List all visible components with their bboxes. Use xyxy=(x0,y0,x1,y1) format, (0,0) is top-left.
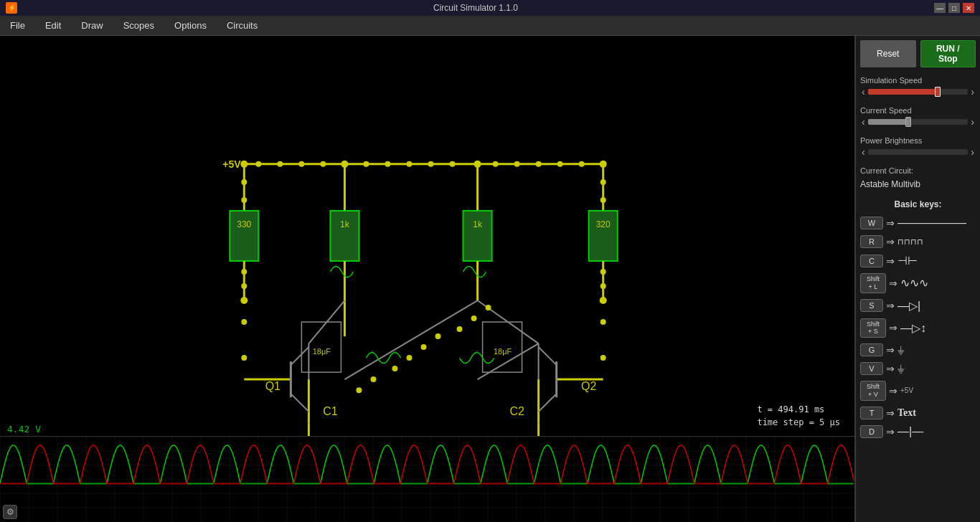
menu-options[interactable]: Options xyxy=(170,17,211,34)
svg-text:C1: C1 xyxy=(323,405,338,417)
key-w[interactable]: W xyxy=(860,217,883,229)
svg-point-72 xyxy=(241,197,247,203)
resistor-icon: ⊓⊓⊓⊓ xyxy=(897,237,976,247)
svg-point-74 xyxy=(241,283,247,289)
svg-point-88 xyxy=(356,387,362,393)
key-g[interactable]: G xyxy=(860,343,883,356)
minimize-button[interactable]: — xyxy=(934,3,946,13)
pow-brightness-track[interactable] xyxy=(868,149,969,155)
key-row-shift-s: Shift+ S ⇒ —▷↕ xyxy=(860,318,976,338)
key-t[interactable]: T xyxy=(860,407,883,419)
titlebar: ⚡ Circuit Simulator 1.1.0 — □ ✕ xyxy=(0,0,980,16)
svg-line-30 xyxy=(291,347,308,365)
svg-point-55 xyxy=(240,297,248,304)
maximize-button[interactable]: □ xyxy=(948,3,960,13)
cur-speed-decrease[interactable]: ‹ xyxy=(860,116,867,128)
voltage-display: 4.42 V xyxy=(7,424,41,435)
pow-brightness-label: Power Brightness xyxy=(860,136,976,145)
svg-point-87 xyxy=(370,376,376,382)
basic-keys-title: Basic keys: xyxy=(860,199,976,209)
key-row-shift-v: Shift+ V ⇒ +5V xyxy=(860,381,976,401)
key-row-g: G ⇒ ⏚ xyxy=(860,343,976,356)
key-v[interactable]: V xyxy=(860,362,883,375)
current-speed-section: Current Speed ‹ › xyxy=(860,106,976,128)
svg-point-51 xyxy=(240,161,248,168)
svg-line-36 xyxy=(539,347,557,365)
key-d[interactable]: D xyxy=(860,425,883,438)
cur-speed-increase[interactable]: › xyxy=(969,116,976,128)
svg-point-69 xyxy=(557,161,563,167)
menu-circuits[interactable]: Circuits xyxy=(222,17,262,34)
right-panel: Reset RUN / Stop Simulation Speed ‹ › Cu… xyxy=(854,36,980,522)
svg-point-75 xyxy=(241,319,247,325)
svg-text:Q2: Q2 xyxy=(581,380,596,392)
key-shift-s[interactable]: Shift+ S xyxy=(860,318,886,338)
time-display: t = 494.91 ms time step = 5 μs xyxy=(757,403,840,429)
key-row-t: T ⇒ Text xyxy=(860,407,976,419)
svg-point-70 xyxy=(579,161,585,167)
close-button[interactable]: ✕ xyxy=(963,3,974,13)
key-g-arrow: ⇒ xyxy=(886,344,895,356)
key-row-d: D ⇒ —|— xyxy=(860,425,976,438)
svg-text:1k: 1k xyxy=(473,219,483,229)
wire-icon: —————— xyxy=(897,217,976,229)
svg-point-67 xyxy=(514,161,520,167)
key-shift-l[interactable]: Shift+ L xyxy=(860,273,886,293)
key-row-c: C ⇒ ⊣⊢ xyxy=(860,254,976,267)
sim-speed-decrease[interactable]: ‹ xyxy=(860,86,867,98)
svg-point-62 xyxy=(385,161,390,167)
svg-point-60 xyxy=(320,161,326,167)
oscilloscope xyxy=(0,436,854,522)
cur-speed-thumb[interactable] xyxy=(905,117,911,127)
svg-point-61 xyxy=(363,161,369,167)
run-stop-button[interactable]: RUN / Stop xyxy=(920,40,976,67)
key-v-arrow: ⇒ xyxy=(886,363,895,374)
voltage-source-icon: +5V xyxy=(900,386,976,394)
key-r[interactable]: R xyxy=(860,235,883,248)
key-c-arrow: ⇒ xyxy=(886,255,895,267)
svg-point-56 xyxy=(600,297,607,304)
circuit-name: Astable Multivib xyxy=(860,179,976,189)
pow-brightness-increase[interactable]: › xyxy=(969,146,976,158)
reset-button[interactable]: Reset xyxy=(860,40,916,67)
key-row-v: V ⇒ ⏚ xyxy=(860,362,976,375)
menu-file[interactable]: File xyxy=(6,17,29,34)
key-sl-arrow: ⇒ xyxy=(889,277,897,289)
svg-point-64 xyxy=(428,161,434,167)
sim-speed-increase[interactable]: › xyxy=(969,86,976,98)
inductor-icon: ∿∿∿ xyxy=(900,276,976,290)
svg-point-68 xyxy=(536,161,542,167)
current-circuit-label: Current Circuit: xyxy=(860,166,976,175)
svg-point-89 xyxy=(457,326,463,332)
key-s-arrow: ⇒ xyxy=(886,300,895,311)
svg-point-78 xyxy=(600,197,606,203)
menu-edit[interactable]: Edit xyxy=(41,17,65,34)
svg-point-80 xyxy=(600,283,606,289)
key-s[interactable]: S xyxy=(860,299,883,312)
window-controls: — □ ✕ xyxy=(934,3,974,13)
svg-text:Q1: Q1 xyxy=(265,380,281,392)
cur-speed-track[interactable] xyxy=(868,119,969,125)
sim-speed-thumb[interactable] xyxy=(935,87,941,97)
circuit-canvas[interactable]: 330 1k 1k 320 xyxy=(0,36,854,522)
key-w-arrow: ⇒ xyxy=(886,217,895,229)
vsource-icon: ⏚ xyxy=(897,362,976,375)
scope-canvas xyxy=(0,437,854,522)
sim-speed-track[interactable] xyxy=(868,89,969,95)
key-row-s: S ⇒ —▷| xyxy=(860,299,976,313)
key-c[interactable]: C xyxy=(860,255,883,267)
svg-rect-2 xyxy=(230,211,258,261)
svg-text:1k: 1k xyxy=(340,219,350,229)
svg-point-59 xyxy=(298,161,304,167)
timestep-value: time step = 5 μs xyxy=(757,416,840,429)
key-shift-v[interactable]: Shift+ V xyxy=(860,381,886,401)
settings-icon[interactable]: ⚙ xyxy=(3,505,17,519)
svg-point-65 xyxy=(450,161,456,167)
menu-scopes[interactable]: Scopes xyxy=(119,17,159,34)
menu-draw[interactable]: Draw xyxy=(77,17,107,34)
pow-brightness-decrease[interactable]: ‹ xyxy=(860,146,867,158)
svg-point-83 xyxy=(420,344,426,350)
key-row-w: W ⇒ —————— xyxy=(860,217,976,229)
time-value: t = 494.91 ms xyxy=(757,403,840,416)
menubar: File Edit Draw Scopes Options Circuits xyxy=(0,16,980,36)
